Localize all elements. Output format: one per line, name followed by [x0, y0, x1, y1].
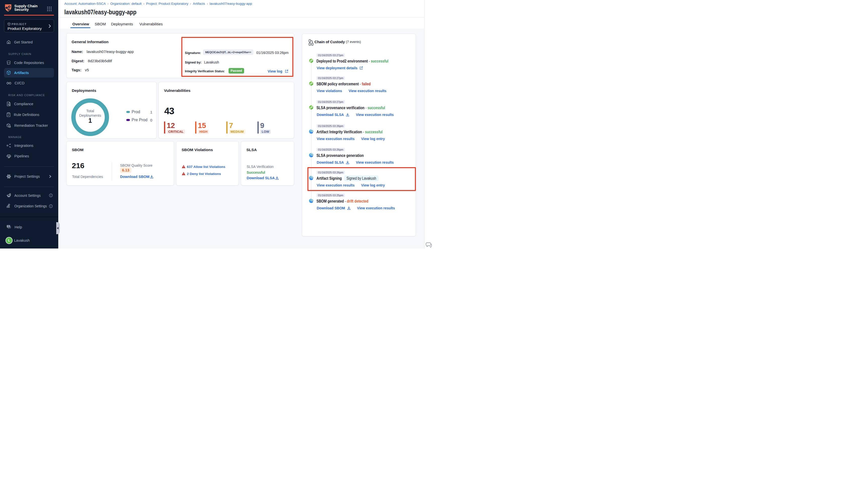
svg-text:?: ?: [8, 225, 9, 228]
